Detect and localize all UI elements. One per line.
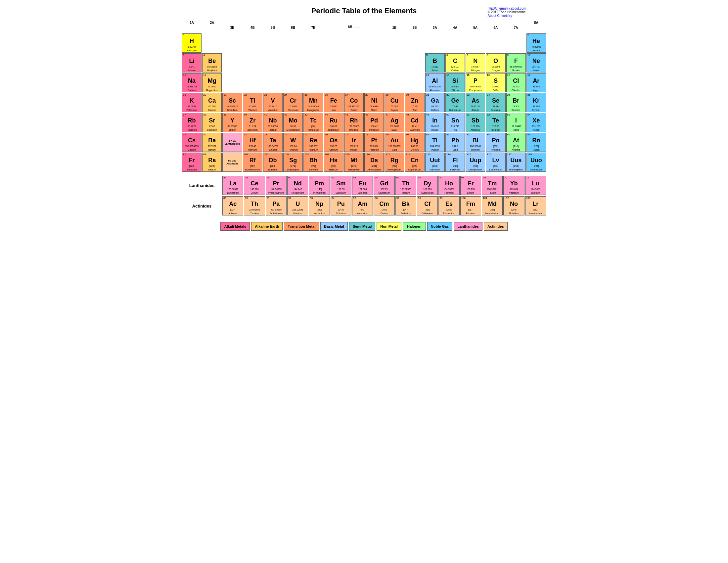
legend-transition-metal: Transition Metal	[284, 222, 319, 231]
empty-p2-5	[263, 53, 283, 72]
element-Pb: 82 Pb 207.2 Lead	[445, 133, 465, 152]
element-Nd: 60 Nd 144.242 Neodymium	[287, 176, 308, 195]
element-Rf: 104 Rf [267] Rutherfordium	[243, 153, 262, 172]
element-At: 85 At [210] Astatine	[506, 133, 526, 152]
element-Tb: 65 Tb 158.92535 Terbium	[395, 176, 416, 195]
empty-h4	[283, 20, 303, 25]
empty-h15	[506, 20, 526, 25]
element-Po: 84 Po [209] Polonium	[486, 133, 505, 152]
lanthanides-row: Lanthanides 57 La 138.90547 Lanthanum 58…	[182, 176, 546, 195]
header-link[interactable]: http://chemistry.about.com	[487, 7, 526, 10]
element-Ce: 58 Ce 140.116 Cerium	[244, 176, 265, 195]
empty-p1-16	[486, 33, 505, 53]
empty-h11	[425, 20, 445, 25]
gh2-2	[202, 25, 222, 30]
empty-p3-9	[344, 73, 364, 92]
group-5a: 5A	[466, 25, 485, 30]
group-7a: 7A	[506, 25, 526, 30]
group-7b: 7B	[303, 25, 323, 30]
element-Al: 13 Al 26.9815386 Aluminium	[425, 73, 445, 92]
legend-alkali-metals: Alkali Metals	[220, 222, 250, 231]
element-Sb: 51 Sb 121.760 Antimony	[466, 113, 485, 132]
group-8b: 8B ——	[324, 25, 384, 30]
empty-h5	[303, 20, 323, 25]
element-Bh: 107 Bh [272] Bohrium	[303, 153, 323, 172]
empty-p3-8	[324, 73, 343, 92]
empty-p1-5	[263, 33, 283, 53]
empty-p3-12	[405, 73, 424, 92]
element-Sm: 62 Sm 150.36 Samarium	[331, 176, 351, 195]
empty-p1-7	[303, 33, 323, 53]
element-P: 15 P 30.973762 Phosphorus	[466, 73, 485, 92]
element-Tm: 69 Tm 168.93421 Thulium	[482, 176, 503, 195]
element-Ti: 22 Ti 47.867 Titanium	[243, 93, 262, 112]
group-3a: 3A	[425, 25, 445, 30]
element-Pt: 78 Pt 195.084 Platinum	[364, 133, 384, 152]
element-Mg: 12 Mg 24.3050 Magnesium	[202, 73, 222, 92]
element-Ge: 32 Ge 72.64 Germanium	[445, 93, 465, 112]
element-Zr: 40 Zr 91.224 Zirconium	[243, 113, 262, 132]
element-V: 23 V 50.9415 Vanadium	[263, 93, 283, 112]
empty-h9	[385, 20, 404, 25]
gh2-end	[526, 25, 546, 30]
element-Be: 4 Be 9.012182 Beryllium	[202, 53, 222, 72]
empty-p2-7	[303, 53, 323, 72]
group-headers-2: 3B 4B 5B 6B 7B 8B —— 1B 2B 3A 4A 5A 6A 7…	[182, 25, 546, 30]
element-Pu: 94 Pu [244] Plutonium	[331, 196, 351, 215]
group-2a: 2A	[202, 20, 222, 25]
element-Mt: 109 Mt [276] Meitnerium	[344, 153, 364, 172]
legend-alkaline-earth: Alkaline Earth	[251, 222, 283, 231]
element-Ds: 110 Ds [281] Darmstadtium	[364, 153, 384, 172]
element-Ra: 88 Ra [226] Radium	[202, 153, 222, 172]
empty-p2-12	[405, 53, 424, 72]
element-Se: 34 Se 78.96 Selenium	[486, 93, 505, 112]
empty-h14	[486, 20, 505, 25]
copyright: © 2012 Todd Helmenstine	[487, 10, 526, 14]
actinides-label: Actinides	[182, 196, 222, 215]
element-Ho: 67 Ho 164.93032 Holmium	[438, 176, 459, 195]
empty-p1-13	[425, 33, 445, 53]
element-Au: 79 Au 196.966569 Gold	[385, 133, 404, 152]
element-Pr: 59 Pr 140.90765 Praseodymium	[266, 176, 287, 195]
element-F: 9 F 18.9984032 Fluorine	[506, 53, 526, 72]
empty-p3-5	[263, 73, 283, 92]
group-4a: 4A	[445, 25, 465, 30]
element-Hg: 80 Hg 200.59 Mercury	[405, 133, 424, 152]
legend-actinides: Actinides	[484, 222, 508, 231]
element-U: 92 U 238.02891 Uranium	[287, 196, 308, 215]
element-I: 53 I 126.90447 Iodine	[506, 113, 526, 132]
empty-p1-15	[466, 33, 485, 53]
element-Mo: 42 Mo 95.96 Molybdenum	[283, 113, 303, 132]
element-Bk: 97 Bk [247] Berkelium	[395, 196, 416, 215]
element-Ar: 18 Ar 39.948 Argon	[526, 73, 546, 92]
element-C: 6 C 12.0107 Carbon	[445, 53, 465, 72]
empty-h1	[222, 20, 242, 25]
empty-h12	[445, 20, 465, 25]
empty-p2-10	[364, 53, 384, 72]
periodic-table: Periodic Table of the Elements http://ch…	[182, 7, 546, 231]
element-Nb: 41 Nb 92.90638 Niobium	[263, 113, 283, 132]
element-Er: 68 Er 167.259 Erbium	[460, 176, 481, 195]
lanthanides-label: Lanthanides	[182, 176, 222, 195]
element-La-placeholder: 57-71Lanthanides	[222, 133, 242, 152]
empty-p1-8	[324, 33, 343, 53]
empty-h13	[466, 20, 485, 25]
element-Pm: 61 Pm [145] Promethium	[309, 176, 330, 195]
header-info: http://chemistry.about.com © 2012 Todd H…	[487, 7, 526, 18]
element-Rh: 45 Rh 102.90550 Rhodium	[344, 113, 364, 132]
empty-p2-6	[283, 53, 303, 72]
gh2-1	[182, 25, 202, 30]
element-Es: 99 Es [252] Einsteinium	[438, 196, 459, 215]
element-Li: 3 Li 6.941 Lithium	[182, 53, 202, 72]
legend-halogen: Halogen	[403, 222, 426, 231]
empty-p3-10	[364, 73, 384, 92]
about: About Chemistry	[487, 14, 526, 18]
empty-h2	[243, 20, 262, 25]
empty-p1-6	[283, 33, 303, 53]
legend: Alkali Metals Alkaline Earth Transition …	[182, 222, 546, 231]
empty-p2-8	[324, 53, 343, 72]
element-Cn: 112 Cn [285] Copernicium	[405, 153, 424, 172]
empty-p1-14	[445, 33, 465, 53]
element-Ir: 77 Ir 192.217 Iridium	[344, 133, 364, 152]
empty-h8	[364, 20, 384, 25]
